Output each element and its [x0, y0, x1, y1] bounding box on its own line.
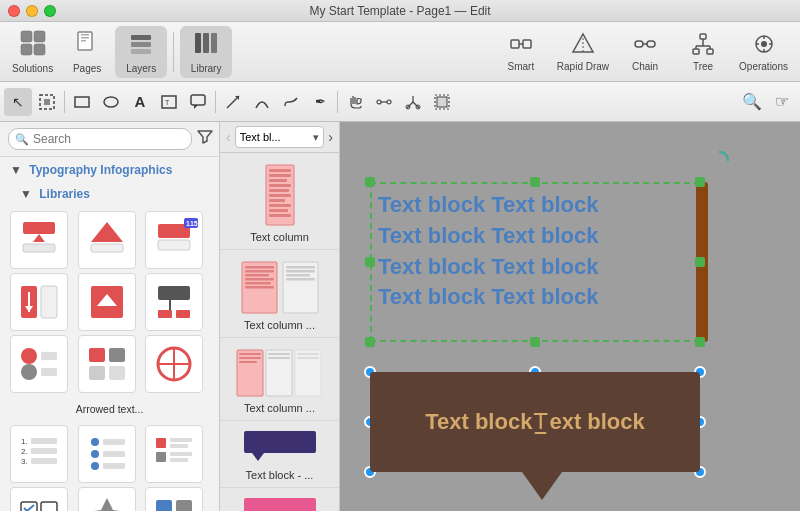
handle-tr[interactable] [695, 177, 705, 187]
thumb-item-11[interactable] [78, 425, 136, 483]
svg-rect-151 [297, 357, 319, 359]
search-input[interactable] [8, 128, 192, 150]
close-button[interactable] [8, 5, 20, 17]
transform-tool[interactable] [33, 88, 61, 116]
shape-preview-1 [228, 163, 331, 227]
nav-dropdown[interactable]: Text bl... ▾ [235, 126, 325, 148]
thumb-item-5[interactable] [78, 273, 136, 331]
textbox-tool[interactable]: T [155, 88, 183, 116]
shape-title-2: Text column ... [228, 319, 331, 331]
svg-rect-79 [109, 348, 125, 362]
icon-toolbar: ↖ A T ✒ 🔍 ☞ [0, 82, 800, 122]
library-subheader[interactable]: ▼ Libraries [0, 183, 219, 205]
pen-tool[interactable]: ✒ [306, 88, 334, 116]
svg-rect-24 [707, 49, 713, 54]
canvas-area[interactable]: Text block Text block Text block Text bl… [340, 122, 800, 511]
ellipse-tool[interactable] [97, 88, 125, 116]
filter-icon[interactable] [196, 128, 214, 150]
nav-next-icon[interactable]: › [328, 129, 333, 145]
svg-rect-143 [239, 353, 261, 355]
thumb-item-14[interactable] [78, 487, 136, 511]
shape-preview-4 [228, 431, 331, 465]
thumb-item-12[interactable] [145, 425, 203, 483]
handle-br[interactable] [695, 337, 705, 347]
thumb-item-15[interactable] [145, 487, 203, 511]
cursor-indicator: T̲ [534, 409, 547, 435]
svg-rect-126 [269, 199, 285, 202]
pages-icon [73, 29, 101, 61]
main-toolbar: Solutions Pages Layers [0, 22, 800, 82]
svg-rect-121 [269, 174, 291, 177]
layers-button[interactable]: Layers [115, 26, 167, 78]
cut-tool[interactable] [399, 88, 427, 116]
minimize-button[interactable] [26, 5, 38, 17]
text-selection-box-1: Text block Text block Text block Text bl… [370, 182, 700, 342]
shape-item-1[interactable]: Text column [220, 153, 339, 250]
line-tool[interactable] [219, 88, 247, 116]
arc-tool[interactable] [248, 88, 276, 116]
svg-rect-122 [269, 179, 287, 182]
handle-bl[interactable] [365, 337, 375, 347]
handle-tm[interactable] [530, 177, 540, 187]
toolbar-separator-1 [173, 32, 174, 72]
svg-rect-147 [268, 353, 290, 355]
svg-rect-13 [211, 33, 217, 53]
handle-ml[interactable] [365, 257, 375, 267]
layers-label: Layers [126, 63, 156, 74]
thumb-item-8[interactable] [78, 335, 136, 393]
svg-point-38 [104, 97, 118, 107]
svg-rect-135 [245, 282, 271, 285]
operations-button[interactable]: Operations [733, 26, 794, 78]
rect-tool[interactable] [68, 88, 96, 116]
thumb-item-9[interactable] [145, 335, 203, 393]
svg-rect-125 [269, 194, 291, 197]
text-tool[interactable]: A [126, 88, 154, 116]
smart-label: Smart [507, 61, 534, 72]
svg-rect-132 [245, 270, 274, 273]
thumb-item-4[interactable] [10, 273, 68, 331]
maximize-button[interactable] [44, 5, 56, 17]
hand-tool[interactable] [341, 88, 369, 116]
thumb-item-3[interactable]: 115 [145, 211, 203, 269]
connector-tool[interactable] [370, 88, 398, 116]
rapid-draw-button[interactable]: Rapid Draw [551, 26, 615, 78]
thumb-item-2[interactable] [78, 211, 136, 269]
library-header-label: Typography Infographics [29, 163, 172, 177]
library-icon [192, 29, 220, 61]
library-header[interactable]: ▼ Typography Infographics [0, 157, 219, 183]
svg-rect-37 [75, 97, 89, 107]
canvas-search-button[interactable]: 🔍 [738, 88, 766, 116]
library-button[interactable]: Library [180, 26, 232, 78]
shape-item-5[interactable]: Text block - ... [220, 488, 339, 511]
chain-icon [633, 32, 657, 59]
svg-rect-146 [266, 350, 292, 396]
crop-tool[interactable] [428, 88, 456, 116]
select-tool[interactable]: ↖ [4, 88, 32, 116]
svg-rect-9 [131, 42, 151, 47]
handle-tl[interactable] [365, 177, 375, 187]
svg-rect-102 [170, 458, 188, 462]
shape-item-4[interactable]: Text block - ... [220, 421, 339, 488]
thumb-item-13[interactable] [10, 487, 68, 511]
thumb-item-7[interactable] [10, 335, 68, 393]
shape-item-3[interactable]: Text column ... [220, 338, 339, 421]
svg-rect-7 [81, 40, 86, 42]
smart-button[interactable]: Smart [493, 26, 549, 78]
solutions-button[interactable]: Solutions [6, 26, 59, 78]
pages-button[interactable]: Pages [61, 26, 113, 78]
gesture-button[interactable]: ☞ [768, 88, 796, 116]
handle-mr[interactable] [695, 257, 705, 267]
shape-item-2[interactable]: Text column ... [220, 250, 339, 338]
tree-button[interactable]: Tree [675, 26, 731, 78]
curve-tool[interactable] [277, 88, 305, 116]
svg-rect-104 [41, 502, 57, 511]
thumb-item-6[interactable] [145, 273, 203, 331]
svg-rect-10 [131, 49, 151, 54]
handle-bm[interactable] [530, 337, 540, 347]
svg-rect-124 [269, 189, 289, 192]
chain-button[interactable]: Chain [617, 26, 673, 78]
nav-prev-icon[interactable]: ‹ [226, 129, 231, 145]
thumb-item-1[interactable] [10, 211, 68, 269]
comment-tool[interactable] [184, 88, 212, 116]
thumb-item-10[interactable]: 1. 2. 3. [10, 425, 68, 483]
